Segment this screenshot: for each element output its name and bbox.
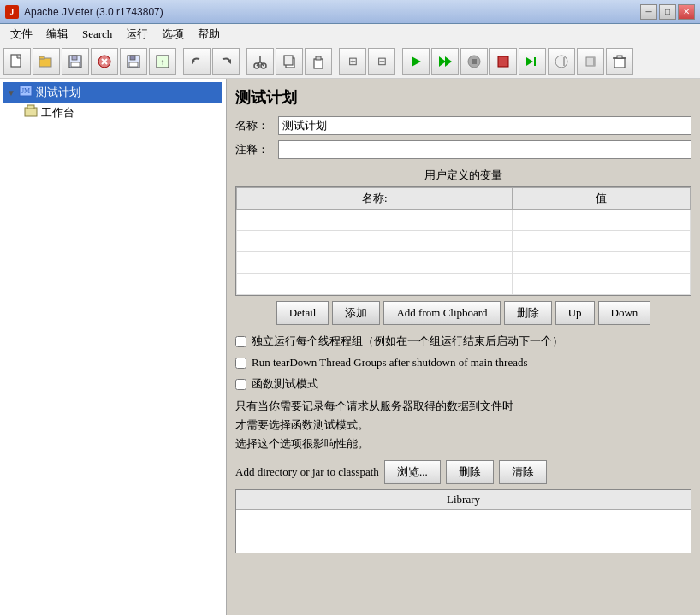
checkbox-teardown[interactable] <box>235 358 246 369</box>
library-body <box>236 510 691 553</box>
name-input[interactable] <box>278 116 691 135</box>
start-button[interactable] <box>402 48 430 75</box>
minimize-button[interactable]: ─ <box>640 4 657 20</box>
detail-button[interactable]: Detail <box>276 301 329 325</box>
expand-button[interactable]: ⊞ <box>339 48 366 75</box>
paste-button[interactable] <box>305 48 332 75</box>
copy-button[interactable] <box>276 48 303 75</box>
comment-label: 注释： <box>235 142 278 157</box>
remote-stop-button[interactable] <box>548 48 575 75</box>
cut-button[interactable] <box>246 48 274 75</box>
clear-button[interactable] <box>606 48 633 75</box>
svg-rect-41 <box>617 56 622 58</box>
check-row-3: 函数测试模式 <box>235 376 691 392</box>
tree-item-test-plan[interactable]: ▼ JM 测试计划 <box>3 82 222 103</box>
remote-shutdown-button[interactable] <box>577 48 604 75</box>
classpath-delete-button[interactable]: 删除 <box>446 460 494 484</box>
classpath-clear-button[interactable]: 清除 <box>499 460 547 484</box>
name-row: 名称： <box>235 116 691 135</box>
close-button[interactable]: ✕ <box>678 4 695 20</box>
save-as-button[interactable] <box>62 48 89 75</box>
open-button[interactable] <box>33 48 60 75</box>
svg-marker-33 <box>526 57 533 66</box>
classpath-label: Add directory or jar to classpath <box>235 465 379 479</box>
table-row <box>237 231 691 252</box>
menu-edit[interactable]: 编辑 <box>39 25 75 44</box>
comment-input[interactable] <box>278 140 691 159</box>
check-row-2: Run tearDown Thread Groups after shutdow… <box>235 356 691 370</box>
svg-rect-45 <box>27 105 34 109</box>
svg-text:⊞: ⊞ <box>348 55 358 68</box>
table-row <box>237 252 691 274</box>
expand-icon-test-plan: ▼ <box>7 88 15 98</box>
tree-icon-test-plan: JM <box>19 84 33 101</box>
svg-rect-24 <box>316 56 321 60</box>
info-text-3: 选择这个选项很影响性能。 <box>235 436 691 452</box>
classpath-row: Add directory or jar to classpath 浏览... … <box>235 460 691 484</box>
library-section: Library <box>235 489 691 553</box>
redo-button[interactable] <box>212 48 240 75</box>
maximize-button[interactable]: □ <box>659 4 676 20</box>
vars-table: 名称: 值 <box>236 187 691 295</box>
title-text: Apache JMeter (3.0 r1743807) <box>24 6 163 18</box>
svg-rect-23 <box>314 59 323 68</box>
table-row <box>237 274 691 295</box>
shutdown-button[interactable] <box>489 48 517 75</box>
svg-text:⊟: ⊟ <box>377 55 387 68</box>
svg-rect-10 <box>130 56 135 60</box>
check-row-1: 独立运行每个线程程组（例如在一个组运行结束后启动下一个） <box>235 334 691 349</box>
user-vars-title: 用户定义的变量 <box>235 164 691 186</box>
title-bar: J Apache JMeter (3.0 r1743807) ─ □ ✕ <box>0 0 700 24</box>
workbench-icon <box>24 104 38 121</box>
close-btn-toolbar[interactable] <box>91 48 118 75</box>
right-panel: 测试计划 名称： 注释： 用户定义的变量 名称: 值 <box>227 79 700 615</box>
down-button[interactable]: Down <box>598 301 651 325</box>
menu-file[interactable]: 文件 <box>3 25 39 44</box>
svg-rect-5 <box>71 62 80 67</box>
vars-table-container: 名称: 值 <box>235 186 691 296</box>
delete-button[interactable]: 删除 <box>504 301 552 325</box>
start-no-pause-button[interactable] <box>431 48 459 75</box>
table-row <box>237 210 691 231</box>
svg-rect-4 <box>72 56 77 60</box>
title-bar-controls[interactable]: ─ □ ✕ <box>640 4 695 20</box>
checkbox-functional[interactable] <box>235 379 246 390</box>
main-layout: ▼ JM 测试计划 工作台 测试计划 名称： 注释： <box>0 79 700 615</box>
export-button[interactable]: ↑ <box>149 48 176 75</box>
svg-marker-28 <box>439 56 446 67</box>
add-from-clipboard-button[interactable]: Add from Clipboard <box>383 301 500 325</box>
vars-button-row: Detail 添加 Add from Clipboard 删除 Up Down <box>235 301 691 325</box>
left-panel: ▼ JM 测试计划 工作台 <box>0 79 227 615</box>
svg-text:↑: ↑ <box>161 57 165 67</box>
app-icon: J <box>5 5 19 19</box>
comment-row: 注释： <box>235 140 691 159</box>
info-text-1: 只有当你需要记录每个请求从服务器取得的数据到文件时 <box>235 399 691 414</box>
save-button[interactable] <box>120 48 147 75</box>
new-button[interactable] <box>3 48 31 75</box>
svg-rect-0 <box>11 55 21 67</box>
stop-button[interactable] <box>460 48 488 75</box>
up-button[interactable]: Up <box>555 301 595 325</box>
title-bar-left: J Apache JMeter (3.0 r1743807) <box>5 5 163 19</box>
undo-button[interactable] <box>183 48 211 75</box>
svg-marker-27 <box>412 56 421 67</box>
tree-child: 工作台 <box>21 103 222 123</box>
menu-bar: 文件 编辑 Search 运行 选项 帮助 <box>0 24 700 44</box>
panel-title: 测试计划 <box>235 87 691 108</box>
col-name: 名称: <box>237 188 513 210</box>
menu-search[interactable]: Search <box>75 26 119 43</box>
checkbox-independent[interactable] <box>235 336 246 347</box>
menu-options[interactable]: 选项 <box>155 25 191 44</box>
tree-label-workbench: 工作台 <box>41 105 74 121</box>
collapse-button[interactable]: ⊟ <box>368 48 395 75</box>
svg-rect-11 <box>129 62 138 67</box>
tree-label-test-plan: 测试计划 <box>36 85 80 100</box>
menu-help[interactable]: 帮助 <box>191 25 227 44</box>
tree-item-workbench[interactable]: 工作台 <box>21 103 222 123</box>
add-button[interactable]: 添加 <box>332 301 380 325</box>
library-header: Library <box>236 490 691 510</box>
svg-rect-39 <box>614 58 625 68</box>
menu-run[interactable]: 运行 <box>119 25 155 44</box>
browse-button[interactable]: 浏览... <box>384 460 441 484</box>
remote-start-button[interactable] <box>519 48 546 75</box>
